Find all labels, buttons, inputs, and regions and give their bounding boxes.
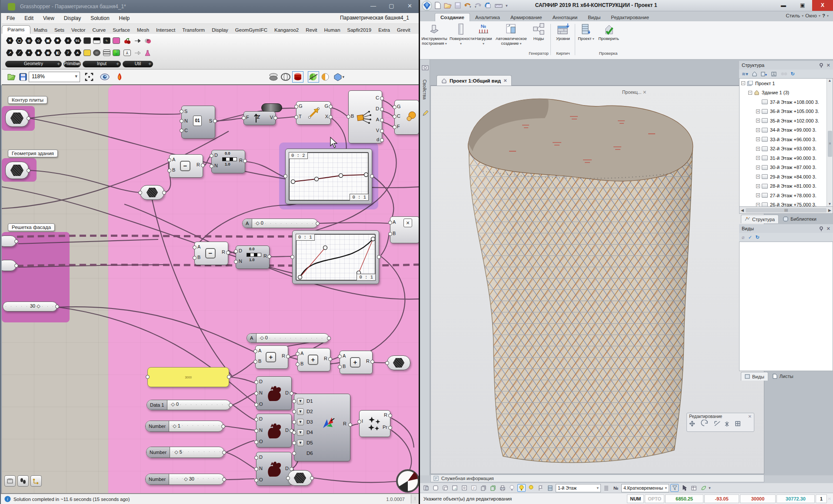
expand-icon[interactable]: + <box>756 193 760 197</box>
param-icon[interactable]: ↗ <box>5 47 14 58</box>
floor-row-36-й Этаж[interactable]: +36-й Этаж +105.000 3. <box>740 107 833 116</box>
expand-icon[interactable]: + <box>756 184 760 188</box>
expand-icon[interactable]: + <box>756 128 760 132</box>
toggle-icon[interactable] <box>92 35 101 46</box>
eco-icon[interactable] <box>699 484 707 492</box>
gh-tab-6[interactable]: Mesh <box>133 26 153 34</box>
dispatch-node-1[interactable]: DNOD <box>256 376 292 410</box>
zoom-extents-icon[interactable] <box>83 71 95 83</box>
stub-node[interactable] <box>2 260 17 271</box>
expand-icon[interactable]: + <box>756 119 760 123</box>
sf-tab-5[interactable]: Редактирование <box>606 13 654 21</box>
check-icon[interactable]: ✓ <box>748 235 752 240</box>
slider-number-3[interactable]: Number ◇ 30 <box>145 474 224 485</box>
cursor-select-icon[interactable] <box>680 484 688 492</box>
gradient-icon[interactable]: ϟ <box>102 35 111 46</box>
menu-3[interactable]: Display <box>59 15 86 21</box>
layers-icon[interactable] <box>479 484 487 492</box>
curve-param-node[interactable] <box>5 109 29 127</box>
panel-node[interactable]: 3000 <box>147 367 229 387</box>
gh-tab-14[interactable]: Sapfir2019 <box>344 26 375 34</box>
table-filter-icon[interactable] <box>690 484 698 492</box>
binoculars-icon[interactable] <box>781 72 787 76</box>
sf-tab-2[interactable]: Армирование <box>505 13 547 21</box>
printer-icon[interactable] <box>498 484 506 492</box>
wireframe-icon[interactable] <box>280 71 291 83</box>
floor-row-37-й Этаж[interactable]: 37-й Этаж +108.000 3. <box>740 97 833 107</box>
wire-display-icon[interactable] <box>268 71 279 83</box>
lamp-on-icon[interactable] <box>517 484 526 492</box>
check-button[interactable]: Проверить <box>596 23 621 41</box>
slider-30[interactable]: 30 ◇ <box>3 302 57 312</box>
preview-on-icon[interactable] <box>308 71 319 83</box>
gh-tab-13[interactable]: Human <box>320 26 343 34</box>
refresh-icon[interactable]: ↻ <box>756 235 760 240</box>
menu-2[interactable]: View <box>38 15 59 21</box>
dispatch-node-3[interactable]: DNOD <box>256 452 292 486</box>
menu-0[interactable]: File <box>2 15 20 21</box>
auto-create-button[interactable]: Автоматическое создание ▾ <box>495 23 528 46</box>
close-panel-icon[interactable]: ✕ <box>826 226 830 232</box>
deconstruct-node[interactable]: B C D A V d <box>348 90 382 143</box>
row-arrow-icon[interactable]: ▼ <box>297 419 304 425</box>
row-arrow-icon[interactable]: ▼ <box>297 398 304 405</box>
unit-z-node[interactable]: F V Z <box>243 111 276 125</box>
sf-titlebar[interactable]: ▾ ▾ ▾ САПФИР 2019 R1 x64-КОНСТРУКЦИИ - П… <box>420 0 833 11</box>
subtract-node-2[interactable]: A B R − <box>194 242 228 265</box>
collapse-icon[interactable]: − <box>741 81 745 85</box>
gcf-node[interactable]: G C F <box>394 100 419 135</box>
camera-icon[interactable] <box>422 64 429 71</box>
gh-tab-4[interactable]: Curve <box>89 26 110 34</box>
expand-icon[interactable]: + <box>756 175 760 179</box>
knob-icon[interactable] <box>92 47 101 58</box>
loads-button[interactable]: № Нагрузки ▾ <box>474 23 493 46</box>
tag-widget-icon[interactable] <box>4 475 16 487</box>
footprints-widget-icon[interactable] <box>17 475 29 487</box>
add-node-1[interactable]: ABR + <box>255 345 288 369</box>
select-mode-icon[interactable] <box>422 484 430 492</box>
box-mode-icon[interactable] <box>431 484 440 492</box>
axes-widget-icon[interactable] <box>30 475 42 487</box>
sf-close-button[interactable]: X <box>812 0 833 11</box>
group-label-geometry[interactable]: Geometry <box>5 61 62 67</box>
row-arrow-icon[interactable]: ▼ <box>297 408 304 415</box>
build-tools-button[interactable]: Инструменты построения ▾ <box>421 23 448 46</box>
cherry-picker-icon[interactable] <box>123 35 132 46</box>
views-list[interactable] <box>739 242 833 371</box>
param-icon[interactable]: ◯ <box>15 35 24 46</box>
tab-views[interactable]: Виды <box>741 372 768 381</box>
geometry-capsule-node[interactable] <box>288 470 312 486</box>
floor-row-29-й Этаж[interactable]: +29-й Этаж +84.000 3. <box>740 172 833 182</box>
lamp-off-icon[interactable] <box>508 484 516 492</box>
numbered-box-icon[interactable]: 2 <box>470 484 478 492</box>
relay-icon[interactable] <box>133 35 142 46</box>
param-icon[interactable]: ⟋ <box>15 47 24 58</box>
dispatch-node-2[interactable]: DNOD <box>256 414 292 448</box>
floor-row-31-й Этаж[interactable]: +31-й Этаж +90.000 3. <box>740 153 833 163</box>
param-icon[interactable]: ▣ <box>43 35 53 46</box>
floor-row-32-й Этаж[interactable]: +32-й Этаж +93.000 3. <box>740 144 833 154</box>
style-menu[interactable]: Стиль <box>786 13 800 18</box>
help-menu[interactable]: ? <box>822 13 825 18</box>
gh-tab-7[interactable]: Intersect <box>153 26 179 34</box>
gh-tab-2[interactable]: Sets <box>51 26 68 34</box>
building-export-icon[interactable] <box>761 71 767 76</box>
move-node[interactable]: G T G X <box>296 101 331 125</box>
tree-vscrollbar[interactable]: ▲ ≡ ▼ <box>826 79 833 206</box>
slider-number-1[interactable]: Number ◇ 1 <box>145 421 223 432</box>
colour-icon[interactable] <box>112 47 121 58</box>
tree-building-row[interactable]: − Здание 1 (3) <box>740 88 833 98</box>
filter-icon[interactable] <box>670 484 679 492</box>
remap-node-2[interactable]: D N R 0.0 1.0 <box>236 245 270 269</box>
orto-indicator[interactable]: ОРТО <box>645 494 664 503</box>
gh-minimize-button[interactable]: — <box>364 1 382 11</box>
add-node-3[interactable]: ABR + <box>340 351 373 374</box>
flag-icon[interactable] <box>536 484 545 492</box>
service-info-bar[interactable]: Служебная информация <box>430 474 764 482</box>
gh-tab-10[interactable]: GeomGymIFC <box>232 26 271 34</box>
param-icon[interactable]: ◎ <box>24 35 33 46</box>
box-mode2-icon[interactable] <box>441 484 449 492</box>
row-arrow-icon[interactable]: ▼ <box>297 440 304 446</box>
storey-select[interactable]: 1-й Этаж <box>556 484 601 492</box>
add-node-2[interactable]: ABR + <box>297 348 330 371</box>
